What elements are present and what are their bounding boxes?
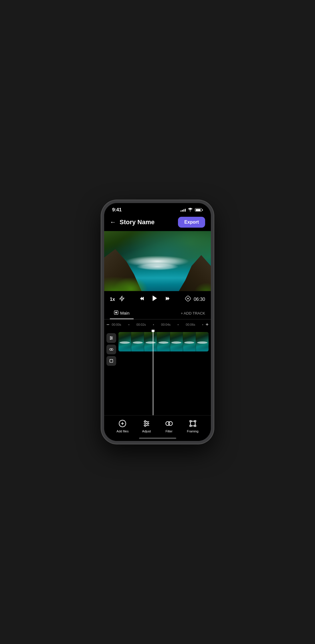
film-frame-7 [196,332,209,351]
ruler-mark-1: 00:02s [136,323,146,326]
side-tools [106,333,116,366]
dynamic-island [153,206,162,209]
timeline-ruler: − 00:00s 00:02s 00:04s 00:06s [104,319,211,330]
svg-rect-17 [110,359,113,363]
ruler-time-3: 00:06s [186,323,195,326]
video-preview [104,231,211,291]
controls-center [139,295,171,304]
filter-icon [165,419,174,428]
playhead[interactable] [153,330,153,415]
ruler-marks: 00:00s 00:02s 00:04s 00:06s [112,323,203,326]
controls-left: 1x [110,296,125,303]
timeline-section: Main + ADD TRACK − 00:00s 00:02s [104,307,211,415]
film-frame-3 [144,332,157,351]
film-frame-5 [170,332,183,351]
framing-icon [188,419,197,428]
ruler-mark-2: 00:04s [161,323,171,326]
track-tabs: Main + ADD TRACK [104,307,211,319]
svg-marker-1 [120,296,124,301]
boost-icon[interactable] [119,296,125,303]
play-button[interactable] [151,295,159,304]
fastforward-button[interactable] [164,295,171,303]
film-frame-6 [183,332,196,351]
adjust-tool-button[interactable] [106,333,116,343]
zoom-out-button[interactable]: − [106,322,110,328]
add-track-label: + ADD TRACK [181,311,205,315]
header-left: ← Story Name [110,218,154,226]
controls-bar: 1x [104,291,211,307]
filter-label: Filter [165,430,172,433]
toolbar-framing[interactable]: Framing [187,419,198,433]
crop-tool-button[interactable] [106,356,116,366]
svg-point-24 [144,421,146,422]
ruler-time-2: 00:04s [161,323,171,326]
leaves-bottom [104,270,158,291]
svg-point-25 [147,423,149,424]
film-frame-1 [118,332,131,351]
toolbar-adjust[interactable]: Adjust [142,419,151,433]
svg-marker-2 [153,295,157,301]
filter-tool-button[interactable] [106,345,116,354]
home-bar [139,438,176,439]
controls-right: 06:30 [185,296,205,303]
phone-inner: 9:41 [104,203,211,441]
signal-bar-2 [182,210,183,212]
signal-bar-3 [183,209,184,212]
home-indicator [104,435,211,441]
white-foam-2 [136,263,179,270]
signal-bars-icon [181,208,186,212]
rewind-button[interactable] [139,295,145,303]
adjust-label: Adjust [142,430,151,433]
film-frame-2 [131,332,144,351]
ruler-dot-4 [202,324,203,325]
main-tab[interactable]: Main [110,307,134,319]
svg-point-14 [110,339,111,340]
add-files-icon [118,419,127,428]
header: ← Story Name Export [104,214,211,231]
svg-point-12 [110,337,111,337]
svg-point-28 [168,422,172,426]
ruler-dot-3 [178,324,179,325]
export-button[interactable]: Export [178,217,205,228]
svg-point-0 [190,211,191,212]
phone-shell: 9:41 [101,200,214,444]
main-tab-icon [114,310,118,316]
status-icons [181,207,203,213]
wifi-icon [187,207,193,213]
status-time: 9:41 [112,207,122,213]
adjust-icon [142,419,151,428]
story-title: Story Name [120,218,154,226]
toolbar-filter[interactable]: Filter [165,419,174,433]
timecode: 06:30 [194,297,205,302]
svg-point-26 [144,425,146,426]
add-keyframe-icon[interactable] [185,296,191,303]
signal-bar-1 [181,210,181,212]
film-strip[interactable] [118,332,209,351]
ruler-time-0: 00:00s [112,323,121,326]
zoom-in-button[interactable]: + [205,322,209,328]
ruler-dot-1 [128,324,129,325]
leaves-bottom-right [189,279,211,291]
playhead-head [152,330,154,332]
back-button[interactable]: ← [110,219,116,225]
battery-icon [195,208,203,212]
toolbar-add-files[interactable]: Add files [116,419,128,433]
ruler-mark-0: 00:00s [112,323,121,326]
ruler-mark-3: 00:06s [186,323,195,326]
main-tab-label: Main [120,311,130,315]
add-files-label: Add files [116,430,128,433]
ruler-time-1: 00:02s [136,323,146,326]
speed-indicator[interactable]: 1x [110,297,115,302]
timeline-content [104,330,211,415]
signal-bar-4 [185,209,186,212]
film-frame-4 [157,332,170,351]
svg-point-13 [112,338,112,339]
bottom-toolbar: Add files Adjust [104,415,211,435]
framing-label: Framing [187,430,198,433]
ruler-dot-2 [153,324,154,325]
svg-point-8 [116,312,116,313]
add-track-button[interactable]: + ADD TRACK [181,311,205,315]
